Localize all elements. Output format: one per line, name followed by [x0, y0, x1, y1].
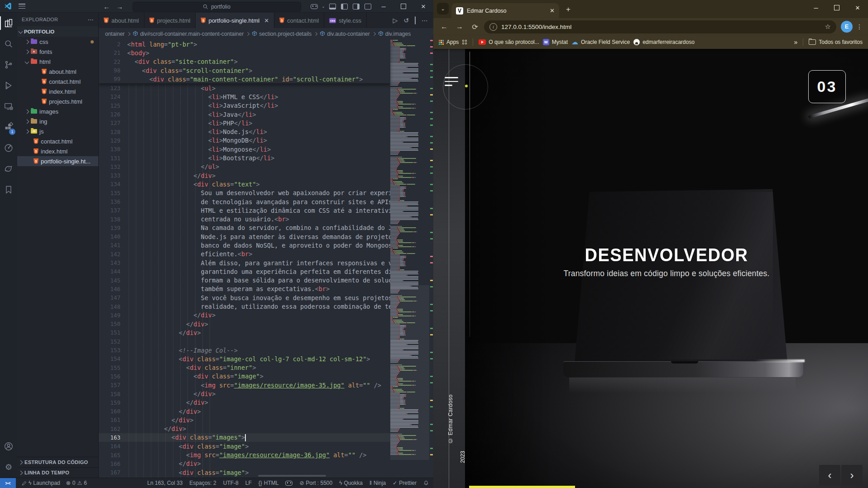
tree-item-html[interactable]: html: [17, 57, 98, 67]
run-debug-icon[interactable]: [0, 75, 17, 96]
section-linha-do-tempo[interactable]: LINHA DO TEMPO: [17, 467, 98, 478]
bookmark-oracle-cloud[interactable]: ☁Oracle Field Service: [571, 38, 630, 46]
tab-groups-icon[interactable]: [462, 40, 467, 45]
code-line-129[interactable]: 129 <li>MongoDB</li>: [99, 136, 390, 145]
sticky-scroll-lines[interactable]: 2<html lang="pt-br">21<body>22 <div clas…: [99, 40, 390, 83]
timeline-icon[interactable]: ↺: [403, 17, 409, 24]
site-info-icon[interactable]: i: [489, 23, 497, 31]
code-line-132[interactable]: 132 </ul>: [99, 163, 390, 171]
code-line-160[interactable]: 160 </div>: [99, 407, 390, 416]
bookmark-apps[interactable]: Apps: [439, 39, 459, 45]
explorer-more-icon[interactable]: ⋯: [88, 16, 94, 23]
split-editor-icon[interactable]: [415, 17, 416, 24]
browser-menu-icon[interactable]: ⋮: [855, 23, 863, 30]
bookmark-star-icon[interactable]: ☆: [825, 23, 831, 31]
code-line-147[interactable]: 147 Se você busca inovação e desempenho …: [99, 293, 390, 302]
code-line-167[interactable]: 167 <div class="image">: [99, 468, 390, 477]
minimap-slider[interactable]: [390, 285, 429, 460]
vscode-minimize-button[interactable]: ─: [374, 0, 393, 13]
sticky-line-21[interactable]: 21<body>: [99, 48, 390, 57]
all-bookmarks-button[interactable]: Todos os favoritos: [809, 39, 863, 45]
bookmarks-overflow-icon[interactable]: »: [794, 38, 797, 46]
editor-body[interactable]: 123 <ul>124 <li>HTML e CSS</li>125 <li>J…: [99, 40, 433, 478]
code-line-150[interactable]: 150 </div>: [99, 320, 390, 328]
tab-search-button[interactable]: ⌄: [437, 3, 449, 14]
breadcrumb-item[interactable]: ontainer: [105, 31, 125, 37]
breadcrumb-item[interactable]: div#scroll-container.main-content-contai…: [133, 31, 244, 38]
code-line-153[interactable]: 153 <!--Image Col-->: [99, 346, 390, 354]
customize-layout-icon[interactable]: [362, 0, 374, 13]
vscode-maximize-button[interactable]: [393, 0, 413, 13]
code-line-142[interactable]: 142 eficiente.<br>: [99, 250, 390, 258]
breadcrumb-item[interactable]: div.auto-container: [320, 31, 370, 38]
vscode-close-button[interactable]: ✕: [413, 0, 433, 13]
account-icon[interactable]: [0, 436, 17, 457]
code-line-134[interactable]: 134 <div class="text">: [99, 180, 390, 188]
sticky-line-99[interactable]: 99 <div class="main-content-container" i…: [99, 75, 390, 83]
code-line-137[interactable]: 137 HTML e estilização dinâmica com CSS …: [99, 206, 390, 215]
forward-arrow-icon[interactable]: →: [116, 3, 123, 10]
tab-style-css[interactable]: cssstyle.css: [324, 13, 367, 28]
code-line-123[interactable]: 123 <ul>: [99, 84, 390, 92]
prev-slide-button[interactable]: ‹: [819, 465, 840, 486]
copilot-status-icon[interactable]: [285, 481, 293, 486]
tree-item-contact-html[interactable]: 5contact.html: [17, 136, 98, 146]
source-control-icon[interactable]: [0, 54, 17, 75]
code-line-143[interactable]: 143 Além disso, para garantir interfaces…: [99, 258, 390, 267]
gitlens-icon[interactable]: [0, 138, 17, 158]
code-line-148[interactable]: 148 realidade, utilizando essa poderosa …: [99, 302, 390, 311]
ninja-status[interactable]: ‖Ninja: [369, 480, 386, 486]
code-line-164[interactable]: 164 <div class="image">: [99, 442, 390, 450]
sticky-line-98[interactable]: 98 <div class="scroll-container">: [99, 66, 390, 75]
cursor-position-status[interactable]: Ln 163, Col 33: [147, 480, 182, 486]
code-line-149[interactable]: 149 </div>: [99, 311, 390, 320]
tab-about-html[interactable]: 5about.html: [99, 13, 144, 28]
new-tab-button[interactable]: +: [562, 3, 575, 16]
prettier-status[interactable]: ✓Prettier: [393, 480, 417, 486]
tree-item-js[interactable]: JSjs: [17, 126, 98, 136]
tab-portfolio-single-html[interactable]: 5portfolio-single.html✕: [196, 13, 274, 28]
toggle-sidebar-icon[interactable]: [338, 0, 350, 13]
breadcrumb-item[interactable]: div.images: [378, 31, 411, 38]
bookmark-mystat[interactable]: MMystat: [543, 39, 568, 45]
breadcrumb-item[interactable]: section.project-details: [252, 31, 312, 38]
code-line-141[interactable]: 141 banco de dados NoSQL, e aproveito o …: [99, 241, 390, 249]
code-line-161[interactable]: 161 </div>: [99, 416, 390, 424]
explorer-icon[interactable]: [0, 13, 17, 33]
settings-icon[interactable]: ⚙: [0, 457, 17, 478]
code-line-152[interactable]: 152: [99, 337, 390, 346]
indentation-status[interactable]: Espaços: 2: [189, 480, 216, 486]
tree-item-ing[interactable]: ing: [17, 116, 98, 126]
code-line-133[interactable]: 133 </div>: [99, 171, 390, 180]
encoding-status[interactable]: UTF-8: [223, 480, 239, 486]
browser-close-button[interactable]: ✕: [847, 0, 868, 15]
browser-forward-icon[interactable]: →: [453, 20, 466, 33]
remote-indicator[interactable]: ><: [0, 478, 16, 488]
code-line-128[interactable]: 128 <li>Node.js</li>: [99, 127, 390, 136]
code-line-138[interactable]: 138 centrada no usuário.<br>: [99, 215, 390, 223]
problems-status[interactable]: ⊗0 ⚠6: [66, 480, 87, 486]
bookmark-youtube[interactable]: O que são protocol...: [479, 39, 539, 45]
browser-back-icon[interactable]: ←: [438, 20, 451, 33]
code-line-163[interactable]: 163 <div class="images">: [99, 433, 390, 442]
eol-status[interactable]: LF: [245, 480, 252, 486]
code-line-136[interactable]: 136 de tecnologias avançadas para constr…: [99, 197, 390, 206]
sticky-line-22[interactable]: 22 <div class="site-container">: [99, 57, 390, 66]
code-line-139[interactable]: 139 Na camada do servidor, combino a con…: [99, 224, 390, 232]
tree-item-about-html[interactable]: 5about.html: [17, 67, 98, 77]
launchpad-status[interactable]: ϟ Launchpad: [22, 480, 60, 486]
notifications-bell-icon[interactable]: [423, 480, 429, 486]
code-line-144[interactable]: 144 garantindo uma experiência perfeita …: [99, 267, 390, 276]
remote-explorer-icon[interactable]: [0, 96, 17, 117]
code-line-158[interactable]: 158 </div>: [99, 389, 390, 398]
address-bar[interactable]: i 127.0.0.1:5500/index.html ☆: [484, 20, 836, 33]
extensions-icon[interactable]: 1: [0, 117, 17, 138]
toggle-secondary-sidebar-icon[interactable]: [350, 0, 362, 13]
code-line-154[interactable]: 154 <div class="image-col col-lg-7 col-m…: [99, 354, 390, 363]
section-estrutura-do-c-digo[interactable]: ESTRUTURA DO CÓDIGO: [17, 457, 98, 467]
bookmark-github[interactable]: edmarferreiracardoso: [633, 39, 695, 45]
live-server-port-status[interactable]: ⊘Port : 5500: [299, 480, 332, 486]
tree-item-projects-html[interactable]: 5projects.html: [17, 96, 98, 106]
tree-item-contact-html[interactable]: 5contact.html: [17, 77, 98, 86]
code-line-135[interactable]: 135 Sou um desenvolvedor web apaixonado …: [99, 189, 390, 197]
